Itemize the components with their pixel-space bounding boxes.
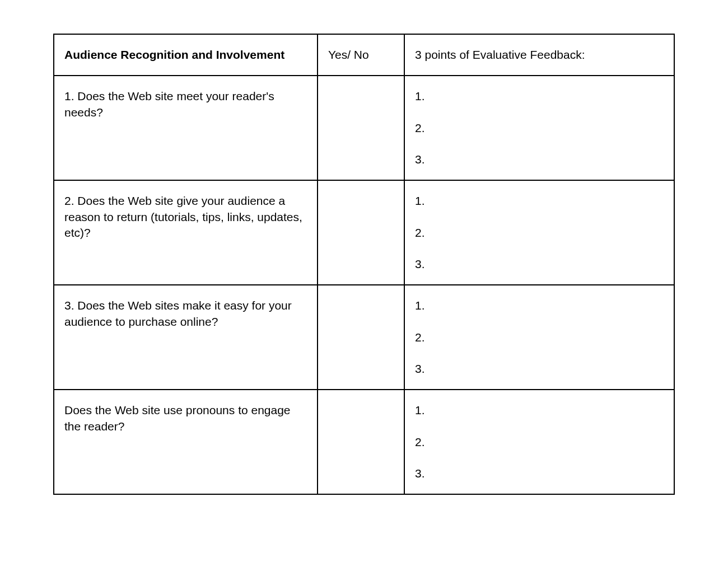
feedback-point: 3. (415, 361, 664, 377)
feedback-point: 1. (415, 402, 664, 418)
feedback-point: 3. (415, 152, 664, 167)
feedback-list: 1. 2. 3. (415, 88, 664, 167)
feedback-list: 1. 2. 3. (415, 193, 664, 272)
question-cell: Does the Web site use pronouns to engage… (54, 390, 318, 494)
question-cell: 2. Does the Web site give your audience … (54, 180, 318, 285)
question-cell: 3. Does the Web sites make it easy for y… (54, 285, 318, 390)
yesno-cell (318, 180, 404, 285)
table-row: 1. Does the Web site meet your reader's … (54, 76, 674, 180)
feedback-cell: 1. 2. 3. (404, 76, 674, 180)
evaluation-table: Audience Recognition and Involvement Yes… (53, 34, 675, 495)
feedback-point: 1. (415, 88, 664, 104)
feedback-point: 2. (415, 120, 664, 136)
header-audience: Audience Recognition and Involvement (54, 34, 318, 76)
question-cell: 1. Does the Web site meet your reader's … (54, 76, 318, 180)
header-feedback: 3 points of Evaluative Feedback: (404, 34, 674, 76)
feedback-point: 3. (415, 466, 664, 481)
feedback-cell: 1. 2. 3. (404, 390, 674, 494)
feedback-point: 3. (415, 256, 664, 272)
header-yesno: Yes/ No (318, 34, 404, 76)
feedback-cell: 1. 2. 3. (404, 180, 674, 285)
feedback-point: 2. (415, 434, 664, 450)
yesno-cell (318, 390, 404, 494)
feedback-list: 1. 2. 3. (415, 298, 664, 377)
table-header-row: Audience Recognition and Involvement Yes… (54, 34, 674, 76)
feedback-point: 1. (415, 298, 664, 313)
table-row: 2. Does the Web site give your audience … (54, 180, 674, 285)
yesno-cell (318, 76, 404, 180)
table-row: Does the Web site use pronouns to engage… (54, 390, 674, 494)
feedback-point: 2. (415, 225, 664, 241)
feedback-point: 2. (415, 330, 664, 345)
feedback-list: 1. 2. 3. (415, 402, 664, 481)
table-row: 3. Does the Web sites make it easy for y… (54, 285, 674, 390)
feedback-cell: 1. 2. 3. (404, 285, 674, 390)
yesno-cell (318, 285, 404, 390)
feedback-point: 1. (415, 193, 664, 209)
